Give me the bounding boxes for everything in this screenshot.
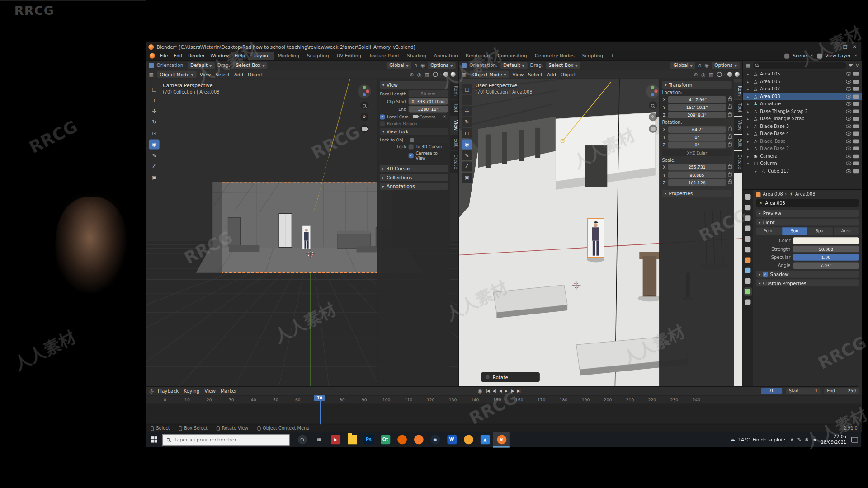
network-icon[interactable]: ≋ xyxy=(805,437,808,442)
outliner-row[interactable]: ▾□Column xyxy=(743,160,862,168)
render-visibility-icon[interactable] xyxy=(853,117,859,121)
volume-icon[interactable]: ◄ xyxy=(812,437,816,442)
select-box-tool[interactable]: □ xyxy=(149,84,159,94)
shading-wireframe-icon[interactable] xyxy=(717,72,722,77)
pen-icon[interactable]: ✎ xyxy=(797,437,801,442)
snap-magnet-icon[interactable]: ∩ xyxy=(414,62,418,68)
custom-properties-header[interactable]: ▸Custom Properties xyxy=(756,279,859,286)
workspace-tab-layout[interactable]: Layout xyxy=(250,52,274,60)
transform-orientation-dropdown[interactable]: Global▼ xyxy=(387,62,411,69)
visibility-eye-icon[interactable] xyxy=(846,147,851,151)
outliner-row[interactable]: ▸△Area.006 xyxy=(743,78,862,85)
focal-length-field[interactable]: 50 mm xyxy=(409,90,448,97)
viewport-camera[interactable]: □+✢↻⊡◉✎∠▣ ✥ Camera Perspective (70) Coll… xyxy=(146,79,459,386)
orientation-dropdown[interactable]: Default▼ xyxy=(188,62,215,69)
properties-tab-object-data[interactable] xyxy=(745,289,750,294)
expand-icon[interactable]: ▸ xyxy=(755,169,759,173)
shading-material-icon[interactable] xyxy=(443,72,448,77)
outliner-row[interactable]: ▸♟Armature xyxy=(743,100,862,108)
taskbar-search[interactable] xyxy=(162,434,290,445)
drag-dropdown[interactable]: Select Box▼ xyxy=(546,62,580,69)
render-visibility-icon[interactable] xyxy=(853,154,859,158)
proportional-edit-icon[interactable]: ◉ xyxy=(420,62,425,68)
timeline-menu-keying[interactable]: Keying xyxy=(184,388,199,394)
render-visibility-icon[interactable] xyxy=(853,139,859,143)
weather-widget[interactable]: ☁ 14°C Fin de la pluie xyxy=(729,436,785,443)
prev-keyframe-icon[interactable]: ◀| xyxy=(492,389,495,393)
axis-x-handle[interactable] xyxy=(366,89,369,93)
mode-dropdown[interactable]: Object Mode▼ xyxy=(470,71,509,78)
render-visibility-icon[interactable] xyxy=(853,147,859,151)
render-region-checkbox[interactable] xyxy=(380,121,385,126)
render-visibility-icon[interactable] xyxy=(853,87,859,91)
rotation-y-field[interactable]: 0° xyxy=(668,134,726,141)
expand-icon[interactable]: ▸ xyxy=(747,124,751,128)
clock[interactable]: 22:05 18/09/2021 xyxy=(821,434,846,445)
workspace-tab-modeling[interactable]: Modeling xyxy=(274,52,303,60)
jump-end-icon[interactable]: ▶| xyxy=(517,389,520,393)
local-camera-checkbox[interactable]: ✓ xyxy=(380,114,385,119)
rotation-mode-dropdown[interactable]: XYZ Euler xyxy=(662,150,731,156)
transform-tool[interactable]: ◉ xyxy=(462,140,472,150)
options-dropdown[interactable]: Options▼ xyxy=(428,62,456,69)
editor-type-icon[interactable]: ▦ xyxy=(745,62,750,68)
viewport-user[interactable]: □+✢↻⊡◉✎∠▣ ✥ User Perspective (70) Collec… xyxy=(459,79,743,386)
menu-file[interactable]: File xyxy=(157,53,171,59)
visibility-eye-icon[interactable] xyxy=(846,109,851,113)
workspace-tab-texture-paint[interactable]: Texture Paint xyxy=(365,52,403,60)
light-type-sun[interactable]: Sun xyxy=(782,227,808,235)
start-button[interactable] xyxy=(146,432,162,447)
camera-to-view-checkbox[interactable]: ✓ xyxy=(409,153,414,158)
sidebar-tab-create[interactable]: Create xyxy=(734,151,743,173)
auto-key-icon[interactable]: ◉ xyxy=(478,388,482,394)
lock-icon[interactable] xyxy=(728,106,732,109)
rotation-z-field[interactable]: 0° xyxy=(668,141,726,148)
move-tool[interactable]: ✢ xyxy=(149,106,159,116)
outliner-options-icon[interactable]: ∨ xyxy=(855,62,859,68)
xray-toggle-icon[interactable]: ▥ xyxy=(425,72,429,77)
workspace-tab-shading[interactable]: Shading xyxy=(403,52,430,60)
render-visibility-icon[interactable] xyxy=(853,124,859,128)
properties-tab-output[interactable] xyxy=(745,215,750,221)
render-visibility-icon[interactable] xyxy=(853,72,859,76)
play-reverse-icon[interactable]: ◀ xyxy=(499,389,501,393)
view-layer-unlink-icon[interactable]: ✕ xyxy=(854,54,858,58)
gizmo-toggle-icon[interactable]: ⊕ xyxy=(410,72,414,77)
location-y-field[interactable]: 151' 10.1" xyxy=(668,104,726,111)
cursor-tool[interactable]: + xyxy=(149,95,159,105)
gizmo-toggle-icon[interactable]: ⊕ xyxy=(693,72,698,77)
current-frame-field[interactable]: 70 xyxy=(761,388,783,394)
3d-cursor-section-header[interactable]: ▸3D Cursor xyxy=(380,165,448,172)
move-tool[interactable]: ✢ xyxy=(462,106,472,116)
breadcrumb-object[interactable]: Area.008 xyxy=(763,192,783,197)
lock-3d-cursor-checkbox[interactable] xyxy=(409,145,414,150)
viewport-menu-add[interactable]: Add xyxy=(234,72,243,77)
timeline-tracks[interactable] xyxy=(146,404,862,424)
properties-tab-custom[interactable] xyxy=(745,299,750,305)
photoshop-icon[interactable]: Ps xyxy=(360,432,377,447)
cortana-icon[interactable]: ○ xyxy=(294,432,311,447)
camera-view-icon[interactable] xyxy=(360,125,368,133)
workspace-tab-rendering[interactable]: Rendering xyxy=(462,52,494,60)
pan-hand-icon[interactable]: ✥ xyxy=(648,113,656,121)
datablock-name-field[interactable]: ☀ Area.008 xyxy=(756,199,859,207)
media-app-icon[interactable]: ▶ xyxy=(327,432,344,447)
scale-tool[interactable]: ⊡ xyxy=(149,128,159,138)
timeline-menu-playback[interactable]: Playback xyxy=(158,388,179,394)
mode-dropdown[interactable]: Object Mode▼ xyxy=(157,71,196,78)
strength-field[interactable]: 50.000 xyxy=(793,246,859,253)
properties-tab-modifiers[interactable] xyxy=(745,268,750,273)
cursor-tool[interactable]: + xyxy=(462,95,472,105)
expand-icon[interactable]: ▸ xyxy=(747,147,751,151)
xray-toggle-icon[interactable]: ▥ xyxy=(709,72,713,77)
light-type-point[interactable]: Point xyxy=(756,227,782,235)
workspace-tab-sculpting[interactable]: Sculpting xyxy=(303,52,333,60)
nav-gizmo[interactable] xyxy=(646,84,659,98)
zoom-icon[interactable] xyxy=(360,101,368,109)
lock-object-field[interactable] xyxy=(409,136,448,143)
properties-section-header[interactable]: ▸Properties xyxy=(662,190,731,197)
visibility-eye-icon[interactable] xyxy=(846,80,851,84)
visibility-eye-icon[interactable] xyxy=(846,132,851,136)
editor-type-icon[interactable]: ▦ xyxy=(462,72,466,77)
scene-unlink-icon[interactable]: ✕ xyxy=(810,54,813,58)
